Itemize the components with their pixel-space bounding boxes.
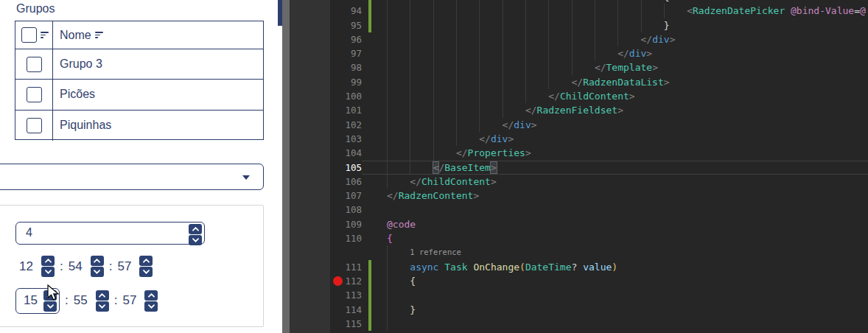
spin-down-button[interactable] — [41, 267, 55, 277]
row-checkbox-cell — [15, 49, 53, 79]
code-text[interactable] — [387, 317, 868, 331]
indent-guide — [503, 18, 503, 32]
chevron-down-icon — [143, 270, 150, 274]
minute-field[interactable]: 55 — [74, 293, 90, 308]
quantity-input[interactable]: 4 — [15, 222, 205, 245]
code-text[interactable]: async Task OnChange(DateTime? value) — [387, 260, 868, 274]
row-checkbox[interactable] — [27, 118, 42, 133]
select-all-checkbox[interactable] — [21, 27, 37, 43]
code-text[interactable]: </div> — [387, 132, 868, 146]
codelens-reference[interactable]: 1 reference — [410, 248, 461, 256]
spin-up-button[interactable] — [139, 256, 153, 266]
table-row[interactable]: Grupo 3 — [15, 49, 263, 80]
breakpoint-margin[interactable] — [290, 0, 330, 333]
code-text[interactable]: { — [387, 231, 868, 245]
code-text[interactable]: { — [387, 274, 868, 288]
indent-guide — [410, 161, 410, 175]
indent-guide — [387, 303, 388, 317]
line-number[interactable]: 98 — [330, 60, 362, 74]
code-text[interactable]: </RadzenDataList> — [387, 75, 868, 89]
change-bar — [368, 274, 371, 288]
code-line-row: 104</Properties> — [330, 146, 868, 160]
spin-down-button[interactable] — [96, 301, 109, 312]
indent-guide — [572, 4, 573, 18]
page-scrollbar-thumb[interactable] — [278, 0, 282, 26]
spin-down-button[interactable] — [91, 267, 104, 277]
code-text[interactable]: </RadzenFieldset> — [387, 103, 868, 117]
line-number[interactable]: 95 — [330, 18, 362, 32]
line-number[interactable]: 114 — [330, 303, 362, 317]
code-line-row: 109@code — [330, 217, 868, 231]
spin-up-button[interactable] — [91, 256, 104, 266]
line-number[interactable]: 97 — [330, 46, 362, 60]
line-number[interactable]: 96 — [330, 32, 362, 46]
line-number[interactable]: 110 — [330, 231, 362, 245]
spin-down-button[interactable] — [43, 301, 57, 312]
line-number[interactable]: 101 — [330, 103, 362, 117]
minute-field[interactable]: 54 — [69, 259, 85, 274]
spin-down-button[interactable] — [139, 267, 153, 277]
code-text[interactable]: </div> — [387, 32, 868, 46]
filter-icon[interactable] — [41, 32, 49, 39]
group-dropdown[interactable] — [0, 164, 264, 190]
code-text[interactable]: </div> — [387, 118, 868, 132]
code-text[interactable]: </Template> — [387, 60, 868, 74]
spin-up-button[interactable] — [41, 256, 55, 266]
spin-up-button[interactable] — [144, 290, 158, 301]
code-token: Template — [606, 62, 653, 73]
line-number[interactable]: 105 — [330, 161, 362, 175]
line-number[interactable]: 115 — [330, 317, 362, 331]
row-checkbox[interactable] — [27, 57, 42, 72]
code-text[interactable]: </ChildContent> — [387, 89, 868, 103]
breakpoint-dot[interactable] — [333, 276, 343, 286]
line-number[interactable]: 108 — [330, 203, 362, 217]
indent-guide — [595, 18, 595, 32]
second-field[interactable]: 57 — [117, 259, 133, 274]
indent-guide — [479, 18, 480, 32]
line-number[interactable]: 106 — [330, 175, 362, 189]
change-bar — [368, 303, 371, 317]
spin-down-button[interactable] — [189, 235, 202, 245]
line-number[interactable]: 102 — [330, 118, 362, 132]
code-token: > — [646, 48, 652, 59]
header-name-cell[interactable]: Nome — [53, 29, 263, 42]
line-number[interactable]: 111 — [330, 260, 362, 274]
line-number[interactable]: 107 — [330, 189, 362, 203]
line-number[interactable]: 100 — [330, 89, 362, 103]
spin-up-button[interactable] — [96, 290, 109, 301]
second-field[interactable]: 57 — [122, 293, 139, 308]
code-text[interactable]: @code — [387, 217, 868, 231]
table-row[interactable]: Piquinhas — [15, 111, 263, 141]
quantity-value: 4 — [26, 226, 32, 239]
code-text[interactable]: </BaseItem> — [387, 161, 868, 175]
table-row[interactable]: Picões — [15, 80, 263, 110]
code-text[interactable]: </RadzenContent> — [387, 189, 868, 203]
line-number[interactable]: 104 — [330, 146, 362, 160]
code-text[interactable] — [387, 288, 868, 302]
code-token: </ — [387, 190, 399, 201]
filter-icon[interactable] — [95, 32, 104, 39]
code-text[interactable]: } — [387, 18, 868, 32]
code-text[interactable]: </div> — [387, 46, 868, 60]
code-text[interactable] — [387, 203, 868, 217]
line-number[interactable]: 94 — [330, 4, 362, 18]
line-number[interactable] — [330, 245, 362, 259]
spin-down-button[interactable] — [144, 301, 158, 312]
line-number[interactable]: 99 — [330, 75, 362, 89]
spin-up-button[interactable] — [189, 224, 202, 234]
code-text[interactable]: </Properties> — [387, 146, 868, 160]
code-text[interactable]: </ChildContent> — [387, 175, 868, 189]
code-token: div — [491, 133, 508, 144]
line-number[interactable]: 113 — [330, 288, 362, 302]
code-text[interactable]: } — [387, 303, 868, 317]
row-checkbox[interactable] — [27, 87, 42, 102]
code-editor[interactable]: 93{94<RadzenDatePicker @bind-Value=@95}9… — [330, 0, 868, 333]
indent-guide — [387, 103, 388, 117]
code-line-row: 102</div> — [330, 118, 868, 132]
code-text[interactable]: <RadzenDatePicker @bind-Value=@ — [387, 4, 868, 18]
indent-guide — [525, 32, 526, 46]
codelens-label[interactable]: 1 reference — [387, 245, 868, 259]
line-number[interactable]: 103 — [330, 132, 362, 146]
line-number[interactable]: 109 — [330, 217, 362, 231]
hour-field[interactable]: 12 — [19, 259, 35, 274]
